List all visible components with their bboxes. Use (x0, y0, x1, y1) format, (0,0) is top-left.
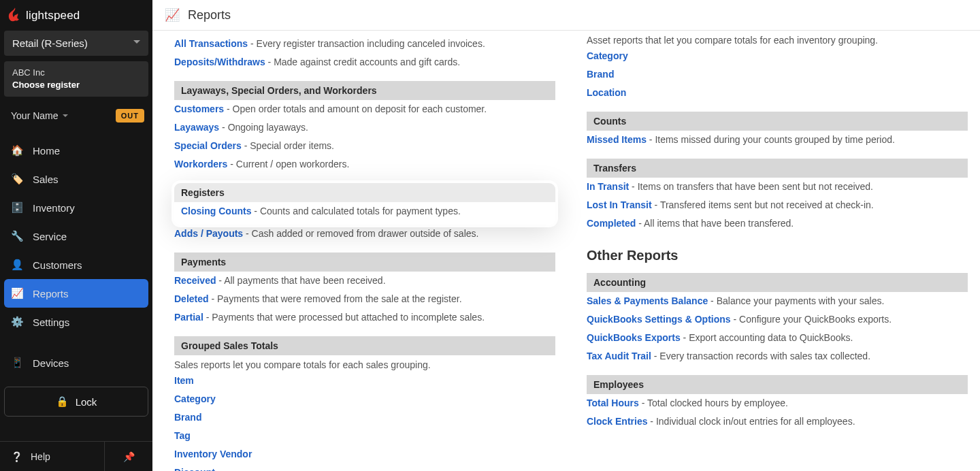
report-line: Layaways - Ongoing layaways. (174, 118, 555, 137)
left-column: All Transactions - Every register transa… (174, 35, 555, 471)
report-line: Brand (587, 65, 968, 84)
user-menu[interactable]: Your Name (11, 110, 68, 121)
report-link-workorders[interactable]: Workorders (174, 159, 227, 169)
report-line: Lost In Transit - Transfered items sent … (587, 196, 968, 214)
report-link-discount[interactable]: Discount (174, 467, 215, 471)
report-link-lost-in-transit[interactable]: Lost In Transit (587, 199, 652, 210)
section-lead: Sales reports let you compare totals for… (174, 355, 555, 372)
report-line: Partial - Payments that were processed b… (174, 308, 555, 327)
report-group: Missed Items - Items missed during your … (587, 131, 968, 149)
nav-label: Customers (33, 259, 82, 271)
report-link-total-hours[interactable]: Total Hours (587, 397, 639, 408)
chart-icon: 📈 (11, 287, 23, 299)
report-link-inventory-vendor[interactable]: Inventory Vendor (174, 449, 252, 459)
report-link-quickbooks-exports[interactable]: QuickBooks Exports (587, 332, 681, 343)
report-link-customers[interactable]: Customers (174, 103, 224, 114)
report-group: In Transit - Items on transfers that hav… (587, 178, 968, 233)
chevron-down-icon (63, 114, 68, 117)
report-line: Missed Items - Items missed during your … (587, 131, 968, 149)
registers-highlight: Registers Closing Counts - Counts and ca… (174, 183, 555, 225)
report-line: Customers - Open order totals and amount… (174, 100, 555, 118)
report-desc: Current / open workorders. (236, 159, 350, 169)
chevron-down-icon (133, 40, 140, 47)
report-link-closing-counts[interactable]: Closing Counts (181, 206, 251, 216)
help-button[interactable]: ❔ Help (0, 442, 105, 471)
report-link-item[interactable]: Item (174, 375, 194, 386)
report-link-brand[interactable]: Brand (587, 69, 614, 80)
content: All Transactions - Every register transa… (152, 31, 980, 471)
nav-service[interactable]: 🔧 Service (0, 222, 152, 250)
pin-button[interactable]: 📌 (105, 442, 152, 471)
page-title: Reports (188, 8, 231, 22)
report-desc: Individual clock in/out entries for all … (656, 416, 855, 427)
report-link-adds-payouts[interactable]: Adds / Payouts (174, 228, 243, 239)
product-selector[interactable]: Retail (R-Series) (4, 31, 148, 56)
main: 📈 Reports All Transactions - Every regis… (152, 0, 980, 471)
report-link-missed-items[interactable]: Missed Items (587, 134, 647, 145)
report-link-category[interactable]: Category (587, 50, 628, 61)
report-desc: Transfered items sent but not received a… (660, 199, 874, 210)
clock-status-badge[interactable]: OUT (116, 109, 144, 123)
report-link-all-transactions[interactable]: All Transactions (174, 38, 248, 49)
user-name-label: Your Name (11, 110, 59, 121)
nav-inventory[interactable]: 🗄️ Inventory (0, 193, 152, 222)
report-link-partial[interactable]: Partial (174, 312, 203, 323)
help-icon: ❔ (11, 451, 22, 462)
report-line: Tag (174, 427, 555, 445)
nav-sales[interactable]: 🏷️ Sales (0, 165, 152, 193)
report-link-deleted[interactable]: Deleted (174, 293, 209, 304)
report-link-category[interactable]: Category (174, 393, 216, 404)
section-head-employees: Employees (587, 375, 968, 394)
section-head-counts: Counts (587, 112, 968, 131)
tag-icon: 🏷️ (11, 173, 23, 185)
report-group: All Transactions - Every register transa… (174, 35, 555, 71)
report-link-special-orders[interactable]: Special Orders (174, 140, 242, 151)
report-link-in-transit[interactable]: In Transit (587, 181, 629, 192)
report-link-tax-audit-trail[interactable]: Tax Audit Trail (587, 351, 651, 361)
report-link-completed[interactable]: Completed (587, 218, 636, 229)
lock-button[interactable]: 🔒 Lock (4, 387, 148, 417)
primary-nav: 🏠 Home 🏷️ Sales 🗄️ Inventory 🔧 Service 👤… (0, 136, 152, 377)
report-link-tag[interactable]: Tag (174, 430, 191, 441)
shop-name: ABC Inc (12, 67, 140, 79)
report-desc: All payments that have been received. (224, 275, 385, 286)
report-desc: Special order items. (250, 140, 334, 151)
report-desc: Every transaction records with sales tax… (659, 351, 870, 361)
nav-settings[interactable]: ⚙️ Settings (0, 308, 152, 336)
report-line: Sales & Payments Balance - Balance your … (587, 292, 968, 310)
report-link-layaways[interactable]: Layaways (174, 122, 219, 133)
report-desc: Ongoing layaways. (228, 122, 308, 133)
gear-icon: ⚙️ (11, 316, 23, 328)
flame-icon (8, 7, 22, 24)
brand-name: lightspeed (26, 9, 80, 22)
report-line: QuickBooks Exports - Export accounting d… (587, 329, 968, 347)
report-link-brand[interactable]: Brand (174, 412, 201, 423)
report-desc: Items missed during your counts grouped … (655, 134, 895, 145)
nav-label: Home (33, 145, 60, 157)
report-link-quickbooks-settings-options[interactable]: QuickBooks Settings & Options (587, 314, 731, 325)
link-list: CategoryBrandLocation (587, 47, 968, 102)
section-head-registers: Registers (174, 183, 555, 202)
user-row: Your Name OUT (0, 102, 152, 133)
report-line: In Transit - Items on transfers that hav… (587, 178, 968, 196)
report-link-location[interactable]: Location (587, 87, 626, 98)
pin-icon: 📌 (123, 451, 135, 462)
report-desc: Balance your payments with your sales. (717, 295, 885, 306)
report-link-clock-entries[interactable]: Clock Entries (587, 416, 647, 427)
nav-customers[interactable]: 👤 Customers (0, 250, 152, 279)
home-icon: 🏠 (11, 144, 23, 157)
shop-selector[interactable]: ABC Inc Choose register (4, 61, 148, 97)
report-line: Deleted - Payments that were removed fro… (174, 290, 555, 308)
nav-label: Reports (33, 288, 69, 299)
report-link-received[interactable]: Received (174, 275, 216, 286)
report-link-sales-payments-balance[interactable]: Sales & Payments Balance (587, 295, 708, 306)
nav-reports[interactable]: 📈 Reports (4, 279, 148, 308)
brand-logo: lightspeed (0, 0, 152, 31)
lock-icon: 🔒 (56, 395, 69, 408)
report-desc: Made against credit accounts and gift ca… (274, 56, 460, 67)
report-link-deposits-withdraws[interactable]: Deposits/Withdraws (174, 56, 265, 67)
report-line: Category (587, 47, 968, 65)
nav-home[interactable]: 🏠 Home (0, 136, 152, 165)
report-line: Location (587, 84, 968, 102)
nav-devices[interactable]: 📱 Devices (0, 348, 152, 377)
